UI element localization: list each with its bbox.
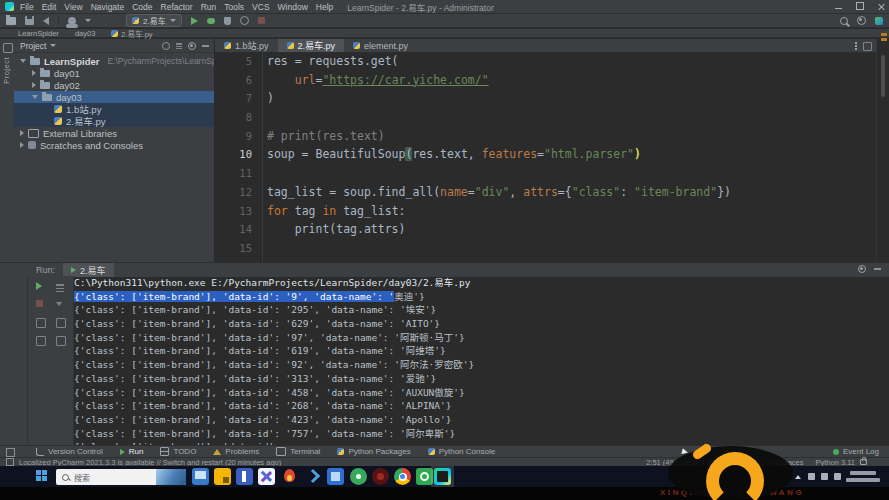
tool-button-run[interactable]: Run: [120, 447, 144, 456]
breadcrumb-file[interactable]: 2.易车.py: [111, 28, 152, 39]
collapse-all-icon[interactable]: [176, 43, 182, 49]
code-line[interactable]: ): [263, 89, 875, 108]
line-number[interactable]: 7: [215, 89, 262, 108]
line-number[interactable]: 6: [215, 71, 262, 90]
tool-button-python-packages[interactable]: Python Packages: [337, 447, 410, 456]
breadcrumb-project[interactable]: LearnSpider: [18, 29, 59, 38]
code-editor[interactable]: res = requests.get( url="https://car.yic…: [263, 52, 875, 262]
stop-icon[interactable]: [258, 17, 265, 24]
console-line[interactable]: {'class': ['item-brand'], 'data-id': '31…: [74, 372, 889, 386]
chevron-collapsed-icon[interactable]: [20, 142, 24, 148]
tray-icon[interactable]: [821, 473, 828, 480]
tree-item-scratches[interactable]: Scratches and Consoles: [14, 139, 214, 151]
tool-button-python-console[interactable]: Python Console: [428, 447, 495, 456]
menu-item[interactable]: View: [64, 2, 82, 12]
menu-item[interactable]: Help: [316, 2, 333, 12]
tab-file-2-active[interactable]: 2.易车.py: [278, 39, 345, 52]
tree-item-day02[interactable]: day02: [14, 79, 214, 91]
rerun-icon[interactable]: [36, 282, 42, 290]
open-folder-icon[interactable]: [6, 17, 16, 25]
tree-item-learnspider[interactable]: LearnSpider E:\PycharmProjects\LearnSpid…: [14, 55, 214, 67]
user-profile-icon[interactable]: [68, 17, 76, 25]
run-configuration-select[interactable]: 2.易车: [126, 14, 182, 27]
soft-wrap-icon[interactable]: [56, 318, 66, 328]
chevron-expanded-icon[interactable]: [20, 59, 26, 63]
breadcrumb-folder[interactable]: day03: [75, 29, 95, 38]
taskbar-app-icon-laptop[interactable]: [192, 468, 209, 485]
lock-icon[interactable]: [860, 459, 867, 465]
tree-item-file-2[interactable]: 2.易车.py: [14, 115, 214, 127]
run-console[interactable]: C:\Python311\python.exe E:/PycharmProjec…: [74, 276, 889, 445]
line-number[interactable]: 5: [215, 52, 262, 71]
code-line[interactable]: print(tag.attrs): [263, 220, 875, 239]
tree-item-day03[interactable]: day03: [14, 91, 214, 103]
console-options-icon[interactable]: [56, 284, 64, 292]
taskbar-app-icon-browser[interactable]: [394, 468, 411, 485]
close-icon[interactable]: [878, 3, 885, 10]
console-command-line[interactable]: C:\Python311\python.exe E:/PycharmProjec…: [74, 276, 889, 290]
line-number[interactable]: 15: [215, 239, 262, 258]
menu-item[interactable]: Refactor: [161, 2, 193, 12]
tree-item-day01[interactable]: day01: [14, 67, 214, 79]
chevron-collapsed-icon[interactable]: [32, 82, 36, 88]
console-line[interactable]: {'class': ['item-brand'], 'data-id': '62…: [74, 317, 889, 331]
event-log-button[interactable]: Event Log: [833, 447, 879, 456]
tree-item-external-libraries[interactable]: External Libraries: [14, 127, 214, 139]
project-tool-button[interactable]: Project: [2, 57, 11, 84]
code-line[interactable]: [263, 164, 875, 183]
scroll-down-icon[interactable]: [56, 302, 62, 306]
tray-expand-icon[interactable]: [795, 475, 801, 479]
line-number[interactable]: 10: [215, 145, 262, 164]
tool-button-todo[interactable]: TODO: [160, 447, 196, 456]
search-everywhere-icon[interactable]: [840, 17, 848, 25]
stop-run-icon[interactable]: [36, 300, 43, 307]
menu-item[interactable]: Edit: [42, 2, 57, 12]
plugin-icon[interactable]: [875, 17, 883, 25]
locate-file-icon[interactable]: [162, 42, 170, 50]
scrollbar-thumb[interactable]: [881, 55, 885, 97]
console-line[interactable]: {'class': ['item-brand'], 'data-id': '42…: [74, 413, 889, 427]
code-line[interactable]: [263, 108, 875, 127]
console-line[interactable]: {'class': ['item-brand'], 'data-id': '75…: [74, 427, 889, 441]
tool-button-terminal[interactable]: Terminal: [276, 447, 320, 456]
split-editor-icon[interactable]: [863, 42, 872, 51]
tool-button-problems[interactable]: Problems: [213, 447, 259, 456]
line-number[interactable]: 8: [215, 108, 262, 127]
minimize-icon[interactable]: [835, 8, 842, 9]
console-line[interactable]: {'class': ['item-brand'], 'data-id': '97…: [74, 331, 889, 345]
warning-mark[interactable]: [881, 33, 887, 36]
menu-item[interactable]: File: [20, 2, 34, 12]
code-line[interactable]: tag_list = soup.find_all(name="div", att…: [263, 183, 875, 202]
profiler-icon[interactable]: [240, 16, 249, 25]
editor-area[interactable]: 1.b站.py 2.易车.py element.py 5678910111213…: [215, 39, 876, 262]
coverage-icon[interactable]: [224, 17, 231, 25]
console-line[interactable]: {'class': ['item-brand'], 'data-id': '92…: [74, 358, 889, 372]
line-number[interactable]: 14: [215, 220, 262, 239]
run-settings-icon[interactable]: [858, 265, 866, 273]
tab-file-3[interactable]: element.py: [344, 39, 417, 52]
menu-item[interactable]: Code: [132, 2, 152, 12]
tab-options-icon[interactable]: [855, 42, 857, 50]
taskbar-search[interactable]: 搜索: [56, 469, 186, 485]
tab-file-1[interactable]: 1.b站.py: [215, 39, 278, 52]
tree-item-file-1[interactable]: 1.b站.py: [14, 103, 214, 115]
maximize-icon[interactable]: [856, 2, 864, 10]
code-line[interactable]: [263, 239, 875, 258]
tray-icon[interactable]: [834, 473, 841, 480]
taskbar-app-icon-arrow[interactable]: [304, 468, 321, 485]
taskbar-app-icon-yellow[interactable]: [214, 468, 231, 485]
hide-panel-icon[interactable]: [202, 45, 209, 47]
chevron-collapsed-icon[interactable]: [32, 70, 36, 76]
minimize-panel-icon[interactable]: [874, 268, 881, 270]
taskbar-app-icon-flame[interactable]: [281, 468, 298, 485]
taskbar-date[interactable]: [846, 478, 880, 482]
chevron-down-icon[interactable]: [50, 44, 56, 47]
editor-scrollbar[interactable]: [876, 39, 889, 262]
console-selected-line[interactable]: {'class': ['item-brand'], 'data-id': '9'…: [74, 290, 889, 304]
taskbar-app-icon-x[interactable]: [258, 468, 275, 485]
console-line[interactable]: {'class': ['item-brand'], 'data-id': '61…: [74, 344, 889, 358]
code-line[interactable]: res = requests.get(: [263, 52, 875, 71]
code-line[interactable]: soup = BeautifulSoup(res.text, features=…: [263, 145, 875, 164]
code-line[interactable]: url="https://car.yiche.com/": [263, 71, 875, 90]
run-tab[interactable]: 2.易车: [63, 263, 114, 277]
